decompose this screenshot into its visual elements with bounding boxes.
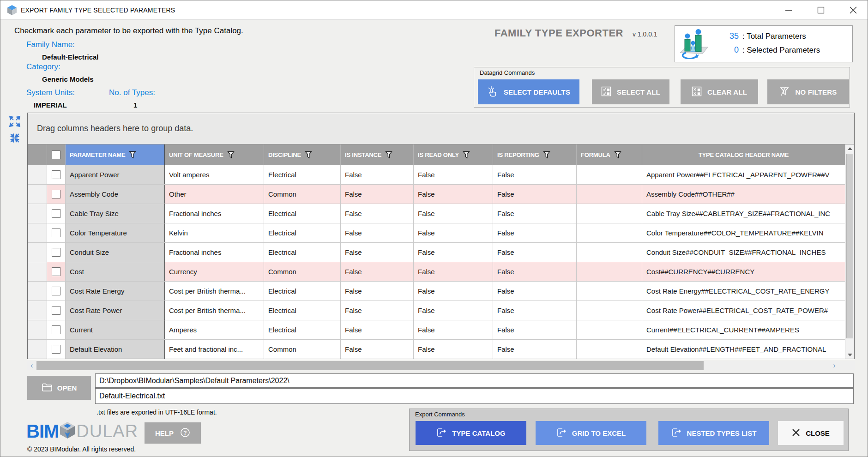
select-all-label: SELECT ALL	[617, 88, 660, 96]
table-row[interactable]: Cost Rate EnergyCost per British therma.…	[28, 282, 845, 301]
formula-cell	[577, 243, 642, 262]
row-indicator-cell	[28, 223, 47, 242]
filter-icon	[543, 151, 550, 159]
is-instance-cell: False	[341, 243, 414, 262]
grid-to-excel-label: GRID TO EXCEL	[572, 429, 626, 437]
row-checkbox[interactable]	[52, 325, 60, 334]
horizontal-scroll-thumb[interactable]	[36, 361, 704, 370]
table-row[interactable]: Default ElevationFeet and fractional inc…	[28, 340, 845, 359]
table-row[interactable]: Apparent PowerVolt amperesElectricalFals…	[28, 165, 845, 185]
is-read-only-cell: False	[414, 185, 493, 204]
clear-all-button[interactable]: CLEAR ALL	[681, 79, 758, 104]
export-commands-title: Export Commands	[415, 411, 465, 418]
table-row[interactable]: CurrentAmperesElectricalFalseFalseFalseC…	[28, 320, 845, 340]
header-unit-of-measure[interactable]: UNIT OF MEASURE	[165, 144, 264, 165]
table-row[interactable]: CostCurrencyCommonFalseFalseFalseCost##C…	[28, 262, 845, 282]
row-checkbox[interactable]	[52, 209, 60, 218]
formula-cell	[577, 204, 642, 223]
expand-grid-icon[interactable]	[8, 115, 21, 128]
checkbox-cell	[47, 340, 66, 359]
export-icon	[556, 427, 567, 439]
row-checkbox[interactable]	[52, 287, 60, 295]
open-button[interactable]: OPEN	[27, 376, 91, 400]
is-read-only-cell: False	[414, 262, 493, 281]
window-title: EXPORT FAMILY TYPE SELECTED PARAMETERS	[21, 6, 175, 14]
type-catalog-header-cell: Assembly Code##OTHER##	[642, 185, 845, 204]
table-row[interactable]: Cost Rate PowerCost per British therma..…	[28, 301, 845, 320]
row-checkbox[interactable]	[52, 306, 60, 315]
table-row[interactable]: Conduit SizeFractional inchesElectricalF…	[28, 243, 845, 262]
chart-people-icon	[679, 29, 709, 61]
vertical-scroll-thumb[interactable]	[846, 154, 853, 338]
type-catalog-button[interactable]: TYPE CATALOG	[416, 421, 526, 445]
discipline-cell: Electrical	[264, 301, 341, 320]
filter-icon	[129, 151, 136, 159]
horizontal-scrollbar[interactable]: ‹ ›	[27, 361, 855, 370]
folder-icon	[42, 383, 53, 393]
checkbox-cell	[47, 204, 66, 223]
scroll-down-icon[interactable]	[845, 351, 854, 359]
datagrid-commands-title: Datagrid Commands	[480, 69, 535, 76]
row-checkbox[interactable]	[52, 228, 60, 237]
unit-of-measure-cell: Cost per British therma...	[165, 301, 264, 320]
encoding-note: .txt files are exported in UTF-16LE form…	[96, 409, 217, 416]
header-type-catalog-header-name[interactable]: TYPE CATALOG HEADER NAME	[642, 144, 845, 165]
row-checkbox[interactable]	[52, 170, 60, 179]
table-row[interactable]: Color TemperatureKelvinElectricalFalseFa…	[28, 223, 845, 243]
group-by-area[interactable]: Drag columns headers here to group data.	[28, 113, 854, 144]
parameter-counter-box: 35 : Total Parameters 0 : Selected Param…	[675, 25, 853, 62]
parameter-name-cell: Current	[66, 320, 165, 339]
is-instance-cell: False	[341, 282, 414, 301]
vertical-scrollbar[interactable]	[845, 144, 854, 359]
table-row[interactable]: Cable Tray SizeFractional inchesElectric…	[28, 204, 845, 223]
checkbox-cell	[47, 185, 66, 204]
is-instance-cell: False	[341, 340, 414, 359]
nested-types-list-button[interactable]: NESTED TYPES LIST	[658, 421, 769, 445]
header-parameter-name[interactable]: PARAMETER NAME	[66, 144, 165, 165]
collapse-grid-icon[interactable]	[8, 132, 21, 144]
scroll-up-icon[interactable]	[845, 144, 854, 152]
row-indicator-cell	[28, 243, 47, 262]
unit-of-measure-cell: Other	[165, 185, 264, 204]
header-formula[interactable]: FORMULA	[577, 144, 642, 165]
is-reporting-cell: False	[493, 301, 577, 320]
system-units-value: IMPERIAL	[34, 101, 67, 109]
is-instance-cell: False	[341, 185, 414, 204]
scroll-right-icon[interactable]: ›	[830, 361, 839, 370]
type-catalog-header-cell: Cable Tray Size##CABLETRAY_SIZE##FRACTIO…	[642, 204, 845, 223]
select-defaults-button[interactable]: SELECT DEFAULTS	[478, 79, 579, 104]
is-read-only-cell: False	[414, 340, 493, 359]
parameter-name-cell: Conduit Size	[66, 243, 165, 262]
close-button[interactable]: CLOSE	[778, 421, 844, 445]
select-all-button[interactable]: SELECT ALL	[592, 79, 669, 104]
header-is-read-only[interactable]: IS READ ONLY	[414, 144, 493, 165]
row-checkbox[interactable]	[52, 345, 60, 354]
scroll-left-icon[interactable]: ‹	[27, 361, 36, 370]
header-discipline[interactable]: DISCIPLINE	[264, 144, 341, 165]
select-all-checkbox[interactable]	[52, 150, 60, 159]
minimize-button[interactable]	[781, 2, 796, 18]
header-row-indicator	[28, 144, 47, 165]
help-button[interactable]: HELP ?	[145, 422, 201, 444]
category-label: Category:	[26, 62, 60, 72]
discipline-cell: Electrical	[264, 165, 341, 184]
export-commands-panel: Export Commands TYPE CATALOG GRID TO EXC…	[409, 409, 849, 451]
row-checkbox[interactable]	[52, 248, 60, 257]
header-is-reporting[interactable]: IS REPORTING	[493, 144, 577, 165]
clear-list-icon	[692, 86, 702, 98]
folder-path-field[interactable]: D:\Dropbox\BIModular\Samples\Default Par…	[95, 373, 854, 388]
row-checkbox[interactable]	[52, 190, 60, 198]
close-window-button[interactable]	[845, 2, 861, 18]
checkbox-cell	[47, 282, 66, 301]
export-icon	[436, 427, 446, 439]
header-is-instance[interactable]: IS INSTANCE	[341, 144, 414, 165]
unit-of-measure-cell: Feet and fractional inc...	[165, 340, 264, 359]
no-filters-button[interactable]: NO FILTERS	[767, 79, 849, 104]
table-row[interactable]: Assembly CodeOtherCommonFalseFalseFalseA…	[28, 185, 845, 204]
row-checkbox[interactable]	[52, 267, 60, 276]
datagrid-commands-panel: Datagrid Commands SELECT DEFAULTS SELECT…	[474, 67, 850, 108]
checkbox-cell	[47, 320, 66, 339]
file-name-field[interactable]: Default-Electrical.txt	[95, 388, 854, 404]
maximize-button[interactable]	[813, 2, 829, 18]
grid-to-excel-button[interactable]: GRID TO EXCEL	[536, 421, 646, 445]
